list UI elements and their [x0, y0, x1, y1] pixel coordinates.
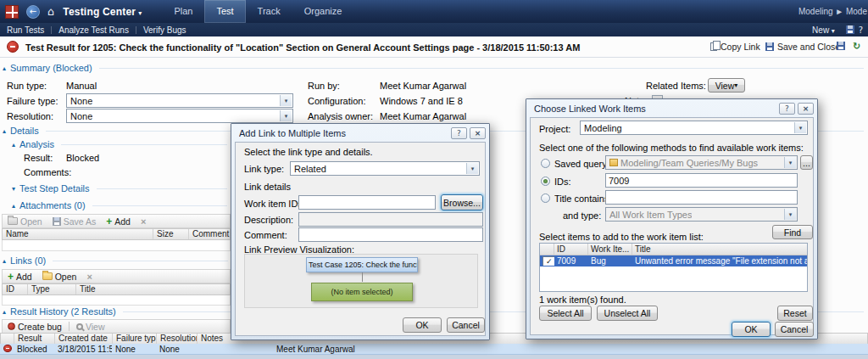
- project-breadcrumb[interactable]: Modeling ► Mode: [798, 7, 868, 16]
- ids-input[interactable]: [605, 173, 798, 188]
- project-select[interactable]: Modeling: [580, 121, 808, 135]
- help-icon[interactable]: [859, 25, 868, 35]
- work-item-ids-input[interactable]: [298, 195, 436, 210]
- browse-button[interactable]: Browse...: [441, 194, 483, 210]
- comment-input[interactable]: [298, 227, 483, 242]
- failure-type-select[interactable]: None: [66, 93, 293, 108]
- row-checkbox[interactable]: [542, 256, 554, 266]
- column-work-item-type[interactable]: Work Ite...: [588, 244, 632, 255]
- column-type[interactable]: Type: [28, 284, 76, 294]
- column-id[interactable]: ID: [554, 244, 588, 255]
- collapse-icon[interactable]: [3, 127, 6, 135]
- find-button[interactable]: Find: [772, 225, 813, 239]
- preview-target-node[interactable]: (No item selected): [311, 283, 413, 301]
- close-icon[interactable]: [798, 103, 814, 115]
- menu-analyze-test-runs[interactable]: Analyze Test Runs: [52, 25, 136, 35]
- column-size[interactable]: Size: [153, 229, 189, 239]
- links-open-button[interactable]: Open: [37, 270, 82, 283]
- collapse-icon[interactable]: [3, 308, 6, 316]
- preview-source-node[interactable]: Test Case 1205: Check the functio...: [306, 257, 418, 272]
- save-icon[interactable]: [846, 25, 854, 34]
- create-bug-button[interactable]: Create bug: [3, 320, 67, 333]
- title-contains-input[interactable]: [605, 190, 798, 205]
- help-icon[interactable]: [779, 103, 795, 115]
- row-id: 7009: [554, 256, 588, 266]
- new-button[interactable]: New: [805, 25, 842, 35]
- menu-verify-bugs[interactable]: Verify Bugs: [136, 25, 193, 35]
- column-failure-type[interactable]: Failure type: [113, 334, 157, 344]
- links-delete-button[interactable]: [81, 270, 97, 283]
- links-add-button[interactable]: Add: [3, 270, 37, 283]
- collapse-icon[interactable]: [12, 202, 15, 210]
- save-and-close-button[interactable]: Save and Close: [765, 42, 840, 52]
- choose-dialog-title: Choose Linked Work Items: [534, 104, 776, 114]
- work-item-type-select[interactable]: All Work Item Types: [605, 207, 798, 222]
- choose-dialog-titlebar[interactable]: Choose Linked Work Items: [526, 99, 817, 117]
- add-link-dialog-titlebar[interactable]: Add Link to Multiple Items: [231, 124, 489, 142]
- back-icon[interactable]: [26, 5, 40, 19]
- select-all-button[interactable]: Select All: [539, 306, 592, 321]
- column-checkbox[interactable]: [540, 244, 554, 255]
- column-comment[interactable]: Comment: [189, 229, 230, 239]
- section-summary[interactable]: Summary (Blocked): [3, 63, 864, 73]
- home-icon[interactable]: [47, 5, 54, 19]
- collapse-icon[interactable]: [3, 257, 6, 265]
- section-test-step-details[interactable]: Test Step Details: [12, 183, 227, 194]
- tab-test[interactable]: Test: [204, 0, 245, 23]
- tab-plan[interactable]: Plan: [162, 0, 204, 23]
- save-button[interactable]: [837, 42, 845, 50]
- save-icon: [837, 42, 845, 50]
- tab-track[interactable]: Track: [246, 0, 292, 23]
- method-instruction: Select one of the following methods to f…: [539, 143, 804, 153]
- links-table-body: [2, 295, 231, 306]
- description-input[interactable]: [298, 212, 483, 227]
- link-type-label: Link type:: [244, 164, 284, 174]
- related-items-view-button[interactable]: View: [708, 78, 745, 93]
- result-history-view-button[interactable]: View: [71, 320, 110, 333]
- result-history-row[interactable]: Blocked 3/18/2015 11:50:1... None None M…: [0, 344, 868, 355]
- description-label: Description:: [244, 215, 293, 225]
- reset-button[interactable]: Reset: [777, 306, 813, 321]
- unselect-all-button[interactable]: Unselect All: [597, 306, 658, 321]
- comments-label: Comments:: [24, 167, 71, 177]
- collapse-icon[interactable]: [12, 141, 15, 149]
- column-id[interactable]: ID: [3, 284, 28, 294]
- result-history-toolbar: Create bug View: [2, 319, 231, 334]
- saved-query-radio[interactable]: [541, 159, 550, 168]
- work-item-row[interactable]: 7009 Bug Unwanted error message "File ex…: [540, 255, 807, 266]
- link-type-select[interactable]: Related: [290, 161, 480, 176]
- close-icon[interactable]: [470, 127, 486, 139]
- saved-query-select[interactable]: Modeling/Team Queries/My Bugs: [605, 155, 798, 170]
- tab-organize[interactable]: Organize: [292, 0, 354, 23]
- attachments-save-as-button[interactable]: Save As: [47, 215, 102, 227]
- cancel-button[interactable]: Cancel: [775, 322, 814, 337]
- ok-button[interactable]: OK: [403, 317, 442, 333]
- cancel-button[interactable]: Cancel: [447, 317, 485, 333]
- section-analysis[interactable]: Analysis: [12, 139, 227, 149]
- attachments-delete-button[interactable]: [136, 215, 151, 227]
- section-links[interactable]: Links (0): [3, 255, 228, 266]
- app-title[interactable]: Testing Center: [63, 6, 142, 18]
- section-attachments[interactable]: Attachments (0): [12, 200, 227, 210]
- resolution-select[interactable]: None: [66, 109, 293, 123]
- ids-radio[interactable]: [541, 177, 550, 186]
- column-title[interactable]: Title: [632, 244, 807, 255]
- attachments-add-button[interactable]: Add: [101, 215, 136, 227]
- refresh-button[interactable]: [853, 41, 860, 52]
- column-resolution[interactable]: Resolution: [157, 334, 198, 344]
- copy-link-icon: [710, 42, 717, 51]
- column-title[interactable]: Title: [76, 284, 230, 294]
- column-name[interactable]: Name: [3, 229, 153, 239]
- copy-link-button[interactable]: Copy Link: [710, 42, 760, 52]
- title-contains-radio[interactable]: [541, 194, 550, 203]
- collapse-icon[interactable]: [3, 65, 6, 72]
- column-created-date[interactable]: Created date: [55, 334, 113, 344]
- help-icon[interactable]: [451, 127, 467, 139]
- ok-button[interactable]: OK: [732, 322, 771, 337]
- attachments-open-button[interactable]: Open: [3, 215, 47, 227]
- app-icon[interactable]: [5, 5, 19, 19]
- expand-icon[interactable]: [12, 185, 15, 193]
- browse-query-button[interactable]: ...: [800, 155, 813, 170]
- menu-run-tests[interactable]: Run Tests: [0, 25, 51, 35]
- column-result[interactable]: Result: [14, 334, 55, 344]
